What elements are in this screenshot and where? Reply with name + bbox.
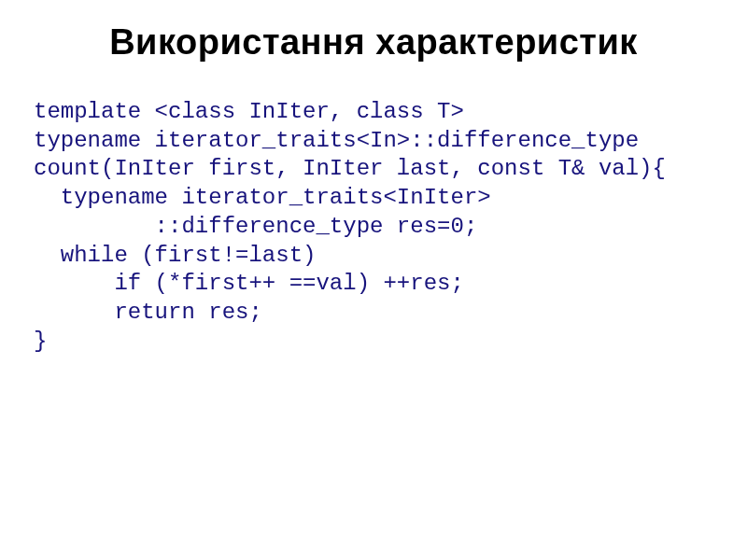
code-line: typename iterator_traits<In>::difference… [34,128,639,153]
code-block: template <class InIter, class T> typenam… [34,98,719,356]
code-line: } [34,329,47,354]
slide: Використання характеристик template <cla… [0,0,747,560]
code-line: while (first!=last) [34,243,316,268]
code-line: if (*first++ ==val) ++res; [34,271,464,296]
code-line: template <class InIter, class T> [34,99,464,124]
code-line: ::difference_type res=0; [34,214,477,239]
slide-title: Використання характеристик [28,22,719,63]
code-line: return res; [34,300,262,325]
code-line: typename iterator_traits<InIter> [34,185,491,210]
code-line: count(InIter first, InIter last, const T… [34,156,666,181]
